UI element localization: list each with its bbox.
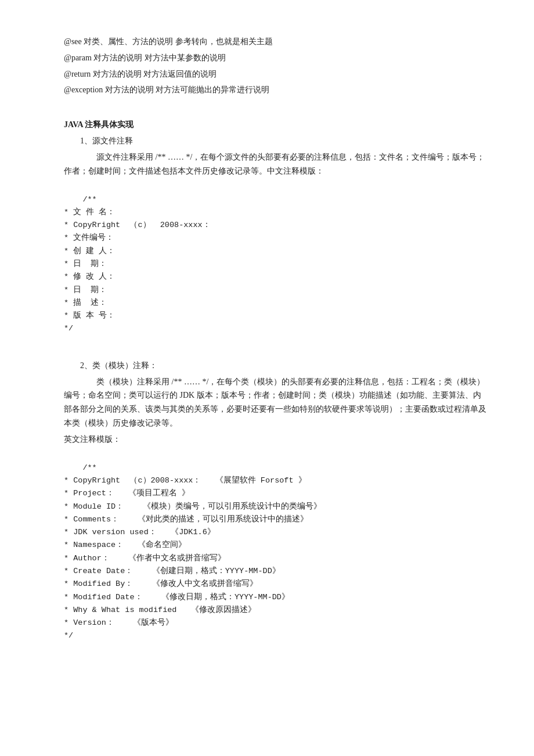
annotation-param: @param 对方法的说明 对方法中某参数的说明 — [64, 51, 488, 65]
annotation-see: @see 对类、属性、方法的说明 参考转向，也就是相关主题 — [64, 35, 488, 49]
section2-desc: 类（模块）注释采用 /** …… */，在每个类（模块）的头部要有必要的注释信息… — [64, 375, 488, 430]
section2-label: 英文注释模版： — [64, 433, 488, 447]
java-title: JAVA 注释具体实现 — [64, 118, 488, 132]
section1-title: 1、源文件注释 — [64, 134, 488, 148]
annotation-return: @return 对方法的说明 对方法返回值的说明 — [64, 67, 488, 81]
section1-desc: 源文件注释采用 /** …… */，在每个源文件的头部要有必要的注释信息，包括：… — [64, 150, 488, 178]
section2-title: 2、类（模块）注释： — [64, 359, 488, 373]
source-comment-template: /** * 文 件 名： * CopyRright （c） 2008-xxxx：… — [64, 180, 488, 348]
annotation-exception: @exception 对方法的说明 对方法可能抛出的异常进行说明 — [64, 83, 488, 97]
class-comment-template: /** * CopyRright （c）2008-xxxx： 《展望软件 For… — [64, 449, 488, 656]
content-wrapper: @see 对类、属性、方法的说明 参考转向，也就是相关主题 @param 对方法… — [64, 35, 488, 656]
